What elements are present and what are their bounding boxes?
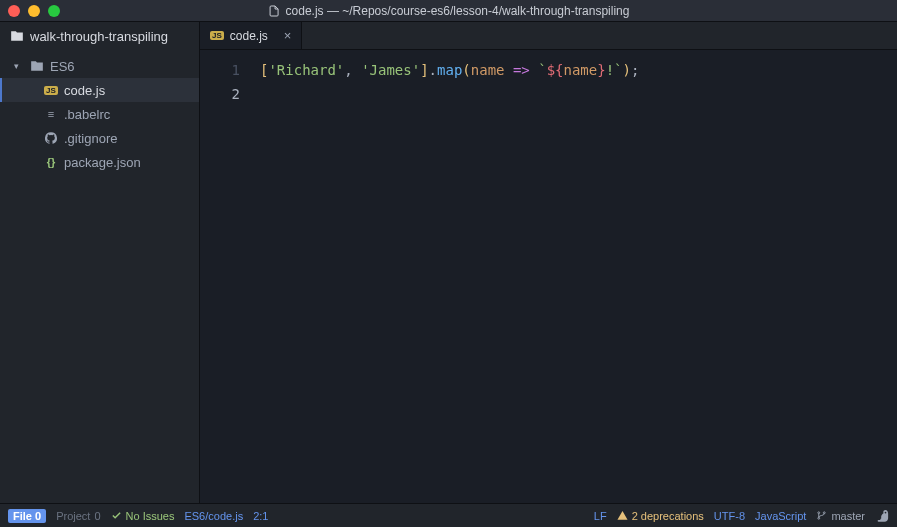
- warning-icon: [617, 510, 628, 521]
- line-number-current: 2: [200, 82, 240, 106]
- file-tree: ▾ ES6 JS code.js ≡ .babelrc .gitignore {…: [0, 50, 199, 174]
- semicolon: ;: [631, 62, 639, 78]
- zoom-window-button[interactable]: [48, 5, 60, 17]
- lint-status[interactable]: No Issues: [111, 510, 175, 522]
- file-badge-count: 0: [35, 510, 41, 522]
- project-root[interactable]: walk-through-transpiling: [0, 22, 199, 50]
- svg-point-1: [818, 517, 820, 519]
- project-issues[interactable]: Project 0: [56, 510, 100, 522]
- window-title-text: code.js — ~/Repos/course-es6/lesson-4/wa…: [286, 4, 630, 18]
- github-icon: [44, 132, 58, 144]
- file-issues-badge[interactable]: File 0: [8, 509, 46, 523]
- tree-file-package-json[interactable]: {} package.json: [0, 150, 199, 174]
- template-close: }: [597, 62, 605, 78]
- gutter: 1 2: [200, 50, 250, 503]
- paren: (: [462, 62, 470, 78]
- backtick: `: [538, 62, 546, 78]
- project-count: 0: [94, 510, 100, 522]
- line-number: 1: [200, 58, 240, 82]
- sidebar: walk-through-transpiling ▾ ES6 JS code.j…: [0, 22, 200, 503]
- folder-icon: [30, 59, 44, 73]
- tree-file-label: package.json: [64, 155, 141, 170]
- string: 'Richard': [268, 62, 344, 78]
- cursor-position[interactable]: 2:1: [253, 510, 268, 522]
- code-area[interactable]: 1 2 ['Richard', 'James'].map(name => `${…: [200, 50, 897, 503]
- deprecations[interactable]: 2 deprecations: [617, 510, 704, 522]
- status-bar: File 0 Project 0 No Issues ES6/code.js 2…: [0, 503, 897, 527]
- tree-file-babelrc[interactable]: ≡ .babelrc: [0, 102, 199, 126]
- file-badge-label: File: [13, 510, 32, 522]
- squirrel-icon[interactable]: [875, 509, 889, 523]
- tree-file-label: .gitignore: [64, 131, 117, 146]
- window-title: code.js — ~/Repos/course-es6/lesson-4/wa…: [268, 4, 630, 18]
- project-label: Project: [56, 510, 90, 522]
- string: 'James': [361, 62, 420, 78]
- tree-file-label: .babelrc: [64, 107, 110, 122]
- lines-icon: ≡: [44, 108, 58, 120]
- braces-icon: {}: [44, 156, 58, 168]
- tree-folder-es6[interactable]: ▾ ES6: [0, 54, 199, 78]
- encoding[interactable]: UTF-8: [714, 510, 745, 522]
- js-icon: JS: [210, 31, 224, 40]
- punct: .: [429, 62, 437, 78]
- git-branch[interactable]: master: [816, 510, 865, 522]
- variable: name: [564, 62, 598, 78]
- tab-bar: JS code.js ×: [200, 22, 897, 50]
- code-content[interactable]: ['Richard', 'James'].map(name => `${name…: [250, 50, 649, 503]
- window-controls: [8, 5, 60, 17]
- folder-icon: [10, 29, 24, 43]
- svg-point-2: [824, 512, 826, 514]
- param: name: [471, 62, 505, 78]
- line-ending[interactable]: LF: [594, 510, 607, 522]
- check-icon: [111, 510, 122, 521]
- punct: ,: [344, 62, 361, 78]
- js-icon: JS: [44, 86, 58, 95]
- lint-status-text: No Issues: [126, 510, 175, 522]
- titlebar: code.js — ~/Repos/course-es6/lesson-4/wa…: [0, 0, 897, 22]
- literal: !: [606, 62, 614, 78]
- close-window-button[interactable]: [8, 5, 20, 17]
- svg-point-0: [818, 512, 820, 514]
- editor: JS code.js × 1 2 ['Richard', 'James'].ma…: [200, 22, 897, 503]
- deprecations-text: 2 deprecations: [632, 510, 704, 522]
- file-path[interactable]: ES6/code.js: [184, 510, 243, 522]
- bracket: ]: [420, 62, 428, 78]
- template-open: ${: [547, 62, 564, 78]
- tree-file-code-js[interactable]: JS code.js: [0, 78, 199, 102]
- project-root-label: walk-through-transpiling: [30, 29, 168, 44]
- tab-label: code.js: [230, 29, 268, 43]
- file-icon: [268, 5, 280, 17]
- git-branch-name: master: [831, 510, 865, 522]
- tree-file-label: code.js: [64, 83, 105, 98]
- tree-file-gitignore[interactable]: .gitignore: [0, 126, 199, 150]
- backtick: `: [614, 62, 622, 78]
- branch-icon: [816, 510, 827, 521]
- close-icon[interactable]: ×: [284, 28, 292, 43]
- minimize-window-button[interactable]: [28, 5, 40, 17]
- tree-folder-label: ES6: [50, 59, 75, 74]
- paren: ): [623, 62, 631, 78]
- arrow: =>: [505, 62, 539, 78]
- chevron-down-icon: ▾: [14, 61, 24, 71]
- tab-code-js[interactable]: JS code.js ×: [200, 22, 302, 49]
- main-area: walk-through-transpiling ▾ ES6 JS code.j…: [0, 22, 897, 503]
- method: map: [437, 62, 462, 78]
- language-mode[interactable]: JavaScript: [755, 510, 806, 522]
